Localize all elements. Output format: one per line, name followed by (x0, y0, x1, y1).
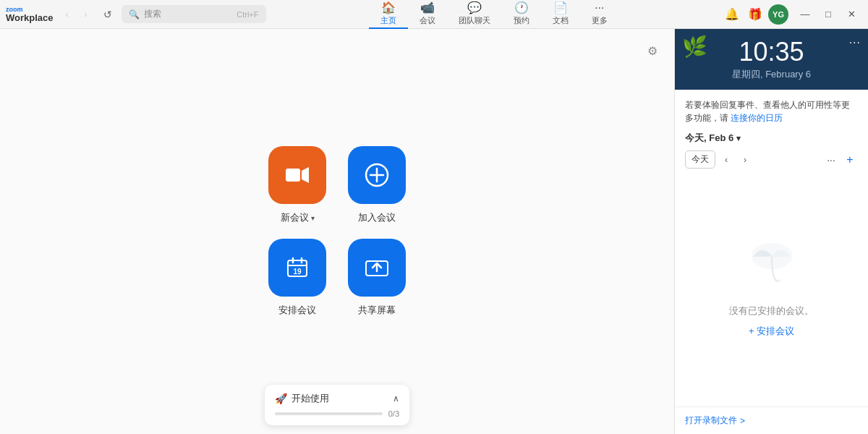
schedule-meeting-label: 安排会议 (278, 304, 316, 317)
open-recordings-link[interactable]: 打开录制文件 > (685, 414, 858, 427)
add-event-button[interactable]: + (842, 152, 858, 168)
next-day-button[interactable]: › (737, 152, 753, 168)
join-meeting-button[interactable] (348, 146, 406, 204)
tab-more[interactable]: ··· 更多 (580, 0, 619, 29)
empty-calendar-icon (746, 238, 797, 297)
tab-meeting[interactable]: 📹 会议 (408, 0, 447, 29)
calendar-more-button[interactable]: ··· (849, 36, 861, 49)
back-button[interactable]: ‹ (59, 7, 75, 22)
today-text: 今天, Feb 6 (685, 132, 733, 145)
content-area: ⚙ 新会议 ▾ (0, 29, 868, 434)
settings-button[interactable]: ⚙ (642, 41, 663, 61)
main-panel: ⚙ 新会议 ▾ (0, 29, 674, 434)
calendar-weekday: 星期四 (732, 69, 760, 80)
tab-schedule[interactable]: 🕐 预约 (502, 0, 541, 29)
tab-chat-label: 团队聊天 (459, 15, 490, 26)
calendar-header: 🌿 ··· 10:35 星期四, February 6 (675, 29, 868, 90)
new-meeting-chevron: ▾ (311, 214, 315, 222)
app-name: Workplace (6, 13, 54, 22)
search-icon: 🔍 (129, 9, 140, 20)
gs-chevron-icon: ∧ (393, 393, 399, 404)
meeting-icon: 📹 (420, 1, 435, 14)
history-button[interactable]: ↺ (100, 7, 116, 22)
today-row: 今天, Feb 6 ▾ (685, 132, 858, 145)
title-bar: zoom Workplace ‹ › ↺ 🔍 搜索 Ctrl+F 🏠 主页 📹 … (0, 0, 868, 29)
calendar-date: 星期四, February 6 (686, 68, 856, 81)
home-icon: 🏠 (381, 1, 396, 14)
new-meeting-label: 新会议 ▾ (281, 211, 315, 224)
tab-meeting-label: 会议 (420, 15, 435, 26)
search-placeholder: 搜索 (144, 8, 233, 20)
tab-more-label: 更多 (592, 15, 608, 26)
main-nav: 🏠 主页 📹 会议 💬 团队聊天 🕐 预约 📄 文档 ··· 更多 (266, 0, 722, 29)
schedule-icon: 🕐 (514, 1, 529, 14)
gs-progress-row: 0/3 (275, 409, 399, 418)
calendar-options-button[interactable]: ··· (823, 152, 839, 168)
plant-decoration: 🌿 (682, 35, 707, 59)
minimize-button[interactable]: — (794, 4, 816, 25)
open-recordings-text: 打开录制文件 (685, 414, 737, 427)
tab-docs[interactable]: 📄 文档 (541, 0, 580, 29)
gs-count: 0/3 (388, 409, 399, 418)
right-panel: 🌿 ··· 10:35 星期四, February 6 若要体验回复事件、查看他… (674, 29, 868, 434)
prev-day-button[interactable]: ‹ (718, 152, 734, 168)
calendar-body: 若要体验回复事件、查看他人的可用性等更多功能，请 连接你的日历 今天, Feb … (675, 90, 868, 407)
connect-calendar-text: 若要体验回复事件、查看他人的可用性等更多功能，请 连接你的日历 (685, 98, 858, 124)
tab-schedule-label: 预约 (514, 15, 529, 26)
tab-chat[interactable]: 💬 团队聊天 (447, 0, 502, 29)
nav-arrows: ‹ › (59, 7, 94, 22)
maximize-button[interactable]: □ (817, 4, 839, 25)
svg-rect-0 (286, 169, 300, 182)
gs-title: 🚀 开始使用 (275, 392, 329, 405)
schedule-meeting-link[interactable]: + 安排会议 (749, 325, 794, 338)
today-button[interactable]: 今天 (685, 150, 715, 169)
today-label: 今天, Feb 6 ▾ (685, 132, 741, 145)
share-screen-item[interactable]: 共享屏幕 (348, 239, 406, 317)
gs-icon: 🚀 (275, 393, 287, 404)
window-controls: — □ ✕ (794, 4, 862, 25)
tab-home[interactable]: 🏠 主页 (369, 0, 408, 29)
calendar-time: 10:35 (686, 39, 856, 65)
calendar-footer: 打开录制文件 > (675, 407, 868, 434)
action-grid: 新会议 ▾ 加入会议 (268, 146, 406, 317)
close-button[interactable]: ✕ (841, 4, 862, 25)
calendar-nav-row: 今天 ‹ › ··· + (685, 150, 858, 169)
search-shortcut: Ctrl+F (237, 10, 258, 19)
new-meeting-item[interactable]: 新会议 ▾ (268, 146, 326, 224)
no-meetings-text: 没有已安排的会议。 (729, 305, 814, 318)
getting-started-panel[interactable]: 🚀 开始使用 ∧ 0/3 (265, 385, 409, 425)
join-meeting-label: 加入会议 (358, 211, 396, 224)
svg-marker-1 (302, 167, 309, 183)
chat-icon: 💬 (467, 1, 482, 14)
calendar-month-day: February 6 (765, 69, 811, 80)
forward-button[interactable]: › (78, 7, 94, 22)
schedule-meeting-button[interactable]: 19 (268, 239, 326, 297)
new-meeting-button[interactable] (268, 146, 326, 204)
more-icon: ··· (595, 1, 604, 14)
today-dropdown-icon[interactable]: ▾ (736, 134, 741, 143)
search-box[interactable]: 🔍 搜索 Ctrl+F (122, 5, 266, 23)
docs-icon: 📄 (553, 1, 568, 14)
tab-docs-label: 文档 (553, 15, 569, 26)
schedule-meeting-item[interactable]: 19 安排会议 (268, 239, 326, 317)
tab-home-label: 主页 (380, 15, 396, 26)
calendar-empty: 没有已安排的会议。 + 安排会议 (685, 177, 858, 398)
gift-button[interactable]: 🎁 (745, 4, 765, 25)
share-screen-button[interactable] (348, 239, 406, 297)
bell-button[interactable]: 🔔 (722, 4, 742, 25)
gs-header: 🚀 开始使用 ∧ (275, 392, 399, 405)
gs-title-text: 开始使用 (292, 392, 329, 405)
gs-progress-bar (275, 412, 383, 415)
join-meeting-item[interactable]: 加入会议 (348, 146, 406, 224)
connect-calendar-link[interactable]: 连接你的日历 (731, 113, 783, 123)
header-right: 🔔 🎁 YG (722, 4, 788, 25)
share-screen-label: 共享屏幕 (358, 304, 396, 317)
svg-text:19: 19 (293, 268, 302, 276)
avatar[interactable]: YG (768, 4, 788, 25)
app-logo: zoom Workplace (6, 7, 54, 22)
bottom-bar: 🚀 开始使用 ∧ 0/3 (265, 385, 409, 425)
open-recordings-arrow: > (740, 416, 745, 426)
